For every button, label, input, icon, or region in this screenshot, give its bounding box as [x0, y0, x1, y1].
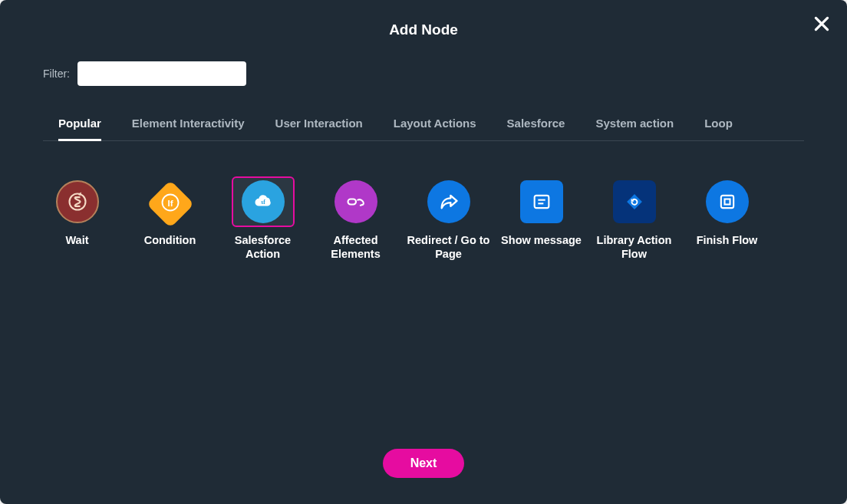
cloud-sf-icon: sf: [242, 180, 285, 223]
node-icon-wrap: If: [139, 176, 202, 227]
close-button[interactable]: [812, 14, 832, 34]
node-card-wait[interactable]: Wait: [32, 172, 122, 265]
svg-text:If: If: [167, 198, 173, 208]
tabs: PopularElement InteractivityUser Interac…: [43, 101, 804, 141]
tab-element-interactivity[interactable]: Element Interactivity: [132, 117, 245, 141]
node-label: Salesforce Action: [221, 233, 305, 261]
node-icon-wrap: [603, 176, 666, 227]
node-icon-wrap: [417, 176, 480, 227]
close-icon: [812, 14, 832, 34]
node-icon-wrap: [325, 176, 387, 227]
svg-rect-4: [348, 199, 356, 205]
stop-square-icon: [706, 180, 749, 223]
tab-salesforce[interactable]: Salesforce: [507, 117, 565, 141]
node-label: Redirect / Go to Page: [407, 233, 490, 261]
tab-loop[interactable]: Loop: [704, 117, 733, 141]
modal-footer: Next: [0, 433, 847, 504]
modal-header: Add Node: [0, 0, 847, 46]
hourglass-icon: [56, 180, 99, 223]
node-icon-wrap: sf: [232, 176, 295, 227]
node-card-condition[interactable]: IfCondition: [125, 172, 215, 265]
svg-rect-10: [724, 199, 730, 205]
tab-popular[interactable]: Popular: [58, 117, 101, 141]
node-label: Wait: [65, 233, 88, 247]
node-card-library-action-flow[interactable]: Library Action Flow: [589, 172, 679, 265]
svg-rect-9: [720, 196, 733, 208]
if-icon: If: [146, 180, 193, 228]
node-icon-wrap: [510, 176, 573, 227]
refresh-diamond-icon: [613, 180, 656, 223]
tab-layout-actions[interactable]: Layout Actions: [394, 117, 476, 141]
node-label: Show message: [501, 233, 582, 247]
filter-row: Filter:: [0, 46, 847, 94]
next-button[interactable]: Next: [383, 449, 465, 478]
node-icon-wrap: [696, 176, 759, 227]
node-card-affected-elements[interactable]: Affected Elements: [311, 172, 400, 265]
node-grid: WaitIfConditionsfSalesforce ActionAffect…: [0, 141, 847, 273]
node-label: Library Action Flow: [592, 233, 676, 261]
node-label: Affected Elements: [314, 233, 397, 261]
hand-bar-icon: [335, 180, 377, 223]
modal-title: Add Node: [15, 21, 832, 38]
node-card-finish-flow[interactable]: Finish Flow: [682, 172, 772, 265]
node-label: Finish Flow: [697, 233, 758, 247]
node-icon-wrap: [46, 176, 109, 227]
svg-text:sf: sf: [261, 199, 265, 206]
node-card-show-message[interactable]: Show message: [496, 172, 586, 265]
node-card-redirect-page[interactable]: Redirect / Go to Page: [404, 172, 493, 265]
svg-rect-8: [627, 194, 642, 209]
filter-input[interactable]: [77, 61, 246, 86]
message-lines-icon: [520, 180, 563, 223]
tab-user-interaction[interactable]: User Interaction: [275, 117, 363, 141]
svg-point-0: [69, 194, 85, 210]
add-node-modal: Add Node Filter: PopularElement Interact…: [0, 0, 847, 504]
node-card-salesforce-action[interactable]: sfSalesforce Action: [218, 172, 308, 265]
tab-system-action[interactable]: System action: [595, 117, 674, 141]
share-arrow-icon: [427, 180, 470, 223]
filter-label: Filter:: [43, 68, 70, 80]
svg-rect-5: [534, 196, 549, 208]
node-label: Condition: [144, 233, 196, 247]
